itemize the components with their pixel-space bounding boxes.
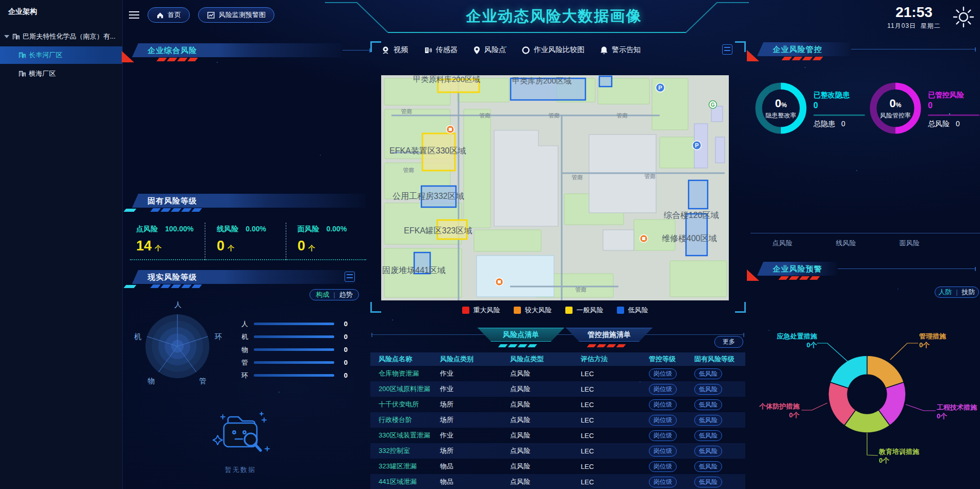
section-title: 企业风险预警: [754, 262, 837, 276]
section-title: 固有风险等级: [129, 194, 365, 208]
table-row[interactable]: 323罐区泄漏物品点风险LEC岗位级低风险: [370, 459, 745, 474]
map-label: EFKA罐区323区域: [404, 226, 472, 235]
table-row[interactable]: 330区域装置泄漏作业点风险LEC岗位级低风险: [370, 428, 745, 443]
sensor-icon: [423, 46, 432, 55]
bar-row-environment: 环0: [241, 369, 348, 382]
leader-line: [906, 404, 936, 411]
connector-line: [851, 49, 976, 49]
map-label: 综合楼120区域: [664, 211, 719, 220]
table-row[interactable]: 行政楼台阶场所点风险LEC岗位级低风险: [370, 412, 745, 428]
svg-text:管廊: 管廊: [575, 286, 586, 293]
ring-icon: [521, 46, 530, 55]
svg-text:管廊: 管廊: [644, 173, 656, 179]
risk-monitor-map-button[interactable]: 风险监测预警图: [198, 7, 274, 23]
sidebar-item-changfenghe[interactable]: 长丰河厂区: [0, 46, 122, 64]
sidebar-item-label: 长丰河厂区: [29, 50, 62, 60]
sidebar-item-henghai[interactable]: 横海厂区: [0, 65, 122, 82]
table-row[interactable]: 仓库物资泄漏作业点风险LEC岗位级低风险: [370, 366, 745, 381]
inherent-level-badge: 低风险: [694, 384, 722, 395]
pie-label-emergency: 应急处置措施0个: [757, 332, 817, 349]
tab-area-risk[interactable]: 面风险: [900, 239, 920, 248]
hamburger-menu-icon[interactable]: [129, 11, 139, 20]
table-row[interactable]: 200区域原料泄漏作业点风险LEC岗位级低风险: [370, 381, 745, 397]
table-header: 风险点名称风险点类别风险点类型 评估方法管控等级固有风险等级: [370, 352, 745, 366]
pie-slice-emergency[interactable]: [830, 356, 867, 388]
legend-larger-risk: 较大风险: [514, 306, 552, 315]
corner-bracket: [735, 302, 746, 313]
map-toolbar: 视频 传感器 风险点 作业风险比较图 警示告知: [381, 45, 711, 55]
home-icon: [156, 11, 164, 19]
tab-risk-point-list[interactable]: 风险点清单: [478, 328, 564, 342]
risk-control-gauge: 0% 风险管控率: [869, 81, 922, 135]
tab-stripes-decor: [499, 344, 536, 347]
no-data-folder-icon: [208, 409, 272, 460]
risk-control-legend: 已管控风险 0 总风险0: [928, 91, 979, 129]
toolbar-video[interactable]: 视频: [381, 45, 408, 55]
corner-bracket: [735, 41, 746, 52]
parking-icon: P: [656, 83, 665, 92]
connector-line: [342, 50, 370, 50]
tab-point-risk[interactable]: 点风险: [772, 239, 792, 248]
pie-label-personal: 个体防护措施0个: [750, 402, 799, 419]
tab-line-risk[interactable]: 线风险: [836, 239, 856, 248]
legend-low-risk: 低风险: [617, 306, 648, 315]
camera-icon: [381, 46, 390, 55]
inherent-level-badge: 低风险: [694, 415, 722, 426]
svg-text:物: 物: [148, 377, 155, 385]
tree-root-label: 巴斯夫特性化学品（南京）有...: [23, 32, 116, 41]
section-risk-warning: 企业风险预警: [754, 262, 837, 276]
svg-text:管廊: 管廊: [548, 112, 560, 119]
home-button[interactable]: 首页: [148, 7, 190, 23]
risk-point-table: 风险点名称风险点类别风险点类型 评估方法管控等级固有风险等级 仓库物资泄漏作业点…: [370, 352, 745, 489]
toolbar-risk-point[interactable]: 风险点: [473, 45, 506, 55]
inherent-level-badge: 低风险: [694, 399, 722, 410]
map-list-toggle-icon[interactable]: [722, 44, 732, 55]
inherent-level-badge: 低风险: [694, 477, 722, 487]
bar-row-person: 人0: [241, 317, 348, 330]
plant-map[interactable]: P P G 甲类原料库200区域 甲类库房200区域 EFKA装置区330区域 …: [381, 75, 729, 300]
sidebar-item-label: 横海厂区: [29, 69, 56, 78]
toolbar-alert-notice[interactable]: 警示告知: [600, 45, 641, 55]
table-row[interactable]: 十千伏变电所场所点风险LEC岗位级低风险: [370, 397, 745, 412]
map-area-blue-small[interactable]: [599, 76, 612, 87]
table-row[interactable]: 332控制室场所点风险LEC岗位级低风险: [370, 443, 745, 459]
building-icon: [19, 52, 26, 59]
measures-pie-chart: 应急处置措施0个 管理措施0个 工程技术措施0个 教育培训措施0个 个体防护措施…: [750, 309, 980, 489]
table-row[interactable]: 441区域泄漏物品点风险LEC岗位级低风险: [370, 474, 745, 489]
pie-slice-management[interactable]: [867, 356, 904, 388]
inherent-risk-stats: 点风险100.00% 14个 线风险0.00% 0个 面风险0.00% 0个: [130, 223, 366, 260]
toggle-human-defense[interactable]: 人防: [938, 288, 952, 297]
clock-time: 21:53: [883, 4, 945, 21]
weather-sun-icon: [952, 5, 975, 29]
toolbar-sensor[interactable]: 传感器: [423, 45, 458, 55]
inherent-level-badge: 低风险: [694, 430, 722, 441]
section-inherent-risk: 固有风险等级: [129, 194, 365, 208]
tree-expand-icon[interactable]: [4, 35, 9, 38]
defense-toggle[interactable]: 人防 | 技防: [935, 286, 979, 298]
map-area-blue-120[interactable]: [689, 180, 708, 209]
section-actual-risk: 现实风险等级: [129, 270, 356, 284]
more-button[interactable]: 更多: [714, 336, 743, 348]
bar-row-machine: 机0: [241, 330, 348, 343]
compose-trend-toggle[interactable]: 构成 | 趋势: [309, 289, 359, 300]
map-label: EFKA装置区330区域: [389, 146, 466, 155]
tab-control-measure-list[interactable]: 管控措施清单: [566, 328, 652, 342]
toggle-tech-defense[interactable]: 技防: [962, 288, 975, 297]
pie-label-education: 教育培训措施0个: [879, 447, 936, 465]
list-toggle-icon[interactable]: [345, 272, 355, 282]
map-label: 甲类库房200区域: [512, 76, 571, 85]
risk-factor-bars: 人0 机0 物0 管0 环0: [241, 317, 348, 382]
home-label: 首页: [168, 10, 181, 20]
clock-date: 11月03日 星期二: [883, 22, 945, 30]
toggle-compose[interactable]: 构成: [316, 290, 329, 299]
risk-monitor-map-label: 风险监测预警图: [219, 10, 266, 20]
svg-text:管: 管: [199, 377, 206, 385]
toggle-trend[interactable]: 趋势: [339, 290, 353, 299]
map-label: 固废堆场441区域: [382, 266, 446, 275]
tree-root-company[interactable]: 巴斯夫特性化学品（南京）有...: [0, 30, 122, 43]
toolbar-compare-chart[interactable]: 作业风险比较图: [521, 45, 584, 55]
control-level-badge: 岗位级: [649, 384, 677, 395]
building-icon: [19, 70, 26, 77]
map-label: 维修楼400区域: [662, 234, 717, 243]
corner-bracket: [370, 41, 381, 52]
